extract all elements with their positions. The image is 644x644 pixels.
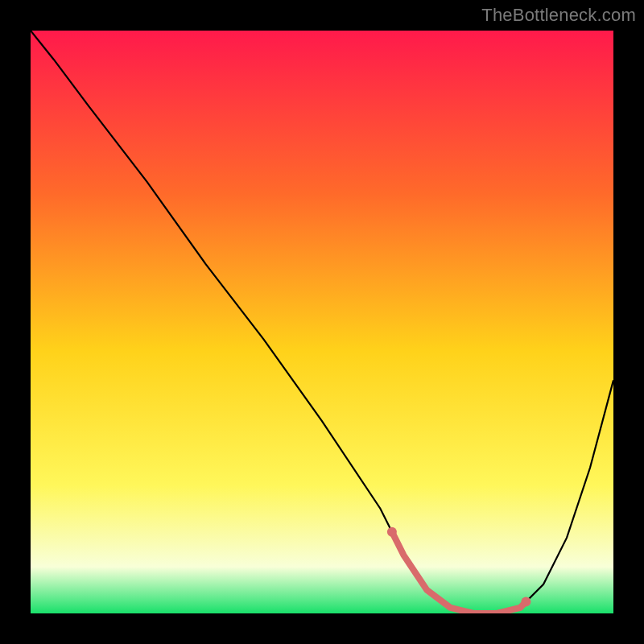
svg-point-2 [521, 597, 530, 607]
chart-frame: TheBottleneck.com [0, 0, 644, 644]
bottleneck-curve [31, 31, 613, 613]
watermark-text: TheBottleneck.com [481, 5, 636, 26]
svg-point-1 [387, 527, 397, 537]
plot-area [31, 31, 613, 613]
